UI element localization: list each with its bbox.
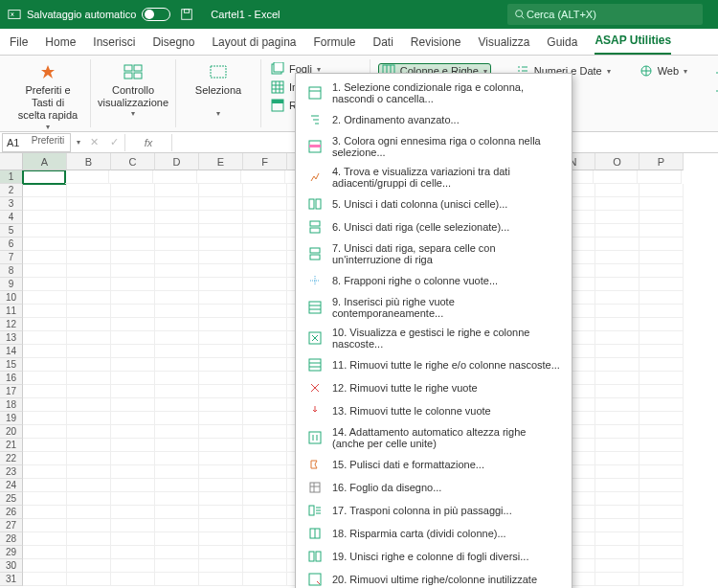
row-header[interactable]: 8	[0, 264, 23, 278]
cell[interactable]	[111, 425, 155, 439]
cell[interactable]	[199, 412, 243, 425]
cell[interactable]	[243, 237, 287, 251]
cell[interactable]	[595, 184, 639, 197]
cell[interactable]	[243, 452, 287, 465]
cell[interactable]	[67, 184, 111, 197]
col-header[interactable]: A	[23, 153, 67, 170]
cell[interactable]	[155, 345, 199, 358]
menu-item-10[interactable]: 10. Visualizza e gestisci le righe e col…	[296, 323, 572, 353]
menu-item-14[interactable]: 14. Adattamento automatico altezza righe…	[296, 422, 572, 453]
cell[interactable]	[199, 492, 243, 506]
menu-item-3[interactable]: 3. Colora ogni ennesima riga o colonna n…	[296, 131, 572, 162]
cell[interactable]	[65, 170, 109, 184]
cell[interactable]	[199, 546, 243, 559]
col-header[interactable]: O	[595, 153, 639, 170]
cell[interactable]	[243, 345, 287, 358]
cell[interactable]	[67, 412, 111, 425]
cell[interactable]	[23, 251, 67, 264]
cell[interactable]	[23, 278, 67, 291]
cell[interactable]	[594, 170, 638, 184]
cell[interactable]	[199, 264, 243, 278]
cell[interactable]	[243, 479, 287, 492]
col-header[interactable]: B	[67, 153, 111, 170]
cell[interactable]	[23, 318, 67, 331]
cell[interactable]	[23, 519, 67, 532]
cell[interactable]	[595, 559, 639, 573]
cell[interactable]	[155, 291, 199, 305]
cell[interactable]	[67, 372, 111, 385]
cell[interactable]	[23, 224, 67, 237]
cell[interactable]	[199, 425, 243, 439]
cell[interactable]	[155, 358, 199, 372]
save-icon[interactable]	[180, 8, 193, 21]
cell[interactable]	[639, 506, 684, 519]
cell[interactable]	[595, 305, 639, 318]
col-header[interactable]: F	[243, 153, 287, 170]
cell[interactable]	[23, 465, 67, 479]
cell[interactable]	[199, 385, 243, 398]
cell[interactable]	[23, 452, 67, 465]
cell[interactable]	[639, 465, 684, 479]
cell[interactable]	[595, 264, 639, 278]
cell[interactable]	[639, 318, 684, 331]
cell[interactable]	[243, 197, 287, 211]
cell[interactable]	[639, 519, 684, 532]
favorites-button[interactable]: Preferiti e Tasti di scelta rapida▾	[13, 59, 82, 135]
cell[interactable]	[595, 398, 639, 412]
row-header[interactable]: 23	[0, 465, 23, 479]
cell[interactable]	[199, 439, 243, 452]
cell[interactable]	[111, 492, 155, 506]
cell[interactable]	[639, 385, 684, 398]
cell[interactable]	[639, 358, 684, 372]
cell[interactable]	[639, 278, 684, 291]
cell[interactable]	[199, 345, 243, 358]
cell[interactable]	[243, 305, 287, 318]
cell[interactable]	[67, 479, 111, 492]
row-header[interactable]: 1	[0, 170, 23, 184]
cell[interactable]	[243, 264, 287, 278]
cell[interactable]	[595, 479, 639, 492]
row-header[interactable]: 27	[0, 519, 23, 532]
cell[interactable]	[155, 425, 199, 439]
cell[interactable]	[111, 278, 155, 291]
row-header[interactable]: 7	[0, 251, 23, 264]
cell[interactable]	[67, 251, 111, 264]
tab-formule[interactable]: Formule	[313, 30, 355, 55]
cell[interactable]	[111, 532, 155, 546]
cell[interactable]	[111, 264, 155, 278]
cell[interactable]	[67, 439, 111, 452]
cell[interactable]	[155, 318, 199, 331]
cell[interactable]	[109, 170, 153, 184]
cell[interactable]	[199, 197, 243, 211]
select-all-corner[interactable]	[0, 153, 23, 170]
cell[interactable]	[111, 345, 155, 358]
cell[interactable]	[155, 412, 199, 425]
cell[interactable]	[199, 305, 243, 318]
tab-layout-di-pagina[interactable]: Layout di pagina	[212, 30, 296, 55]
cell[interactable]	[199, 398, 243, 412]
cell[interactable]	[243, 398, 287, 412]
cell[interactable]	[199, 479, 243, 492]
menu-item-11[interactable]: 11. Rimuovi tutte le righe e/o colonne n…	[296, 353, 572, 376]
row-header[interactable]: 26	[0, 506, 23, 519]
cell[interactable]	[595, 318, 639, 331]
cell[interactable]	[595, 412, 639, 425]
cell[interactable]	[595, 372, 639, 385]
cell[interactable]	[639, 184, 684, 197]
cell[interactable]	[23, 345, 67, 358]
cell[interactable]	[639, 452, 684, 465]
cell[interactable]	[23, 492, 67, 506]
cell[interactable]	[199, 331, 243, 345]
cell[interactable]	[23, 439, 67, 452]
cell[interactable]	[67, 465, 111, 479]
cell[interactable]	[243, 211, 287, 224]
cell[interactable]	[243, 506, 287, 519]
cell[interactable]	[243, 532, 287, 546]
toggle-icon[interactable]	[142, 8, 170, 21]
web-button[interactable]: Web▾	[636, 63, 691, 79]
cell[interactable]	[639, 305, 684, 318]
cell[interactable]	[155, 372, 199, 385]
cell[interactable]	[155, 331, 199, 345]
cell[interactable]	[111, 305, 155, 318]
cell[interactable]	[199, 291, 243, 305]
